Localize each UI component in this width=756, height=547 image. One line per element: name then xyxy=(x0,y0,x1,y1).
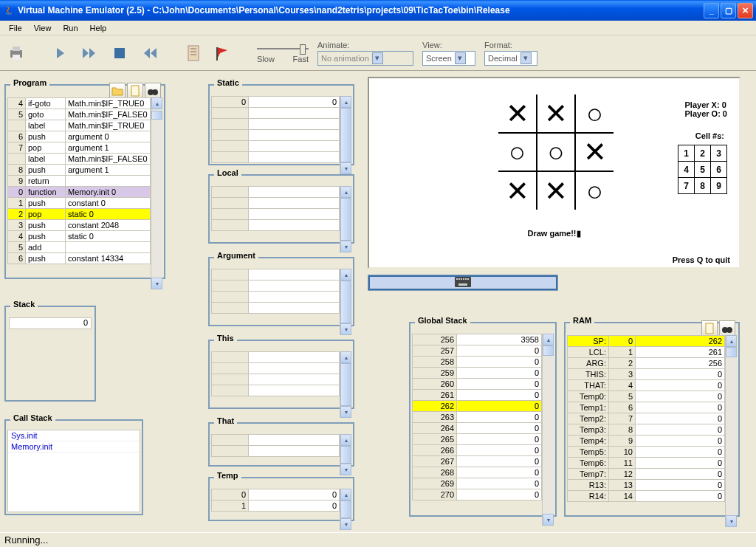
table-row[interactable] xyxy=(212,281,340,292)
program-row[interactable]: 6pushconstant 14334 xyxy=(8,253,151,264)
table-row[interactable]: 2590 xyxy=(413,368,542,379)
table-row[interactable]: Temp5:100 xyxy=(568,447,725,458)
table-row[interactable] xyxy=(212,198,340,209)
that-scrollbar[interactable]: ▴▾ xyxy=(340,434,351,475)
program-row[interactable]: labelMath.min$IF_FALSE0 xyxy=(8,154,151,165)
table-row[interactable]: 2650 xyxy=(413,434,542,445)
static-scrollbar[interactable]: ▴▾ xyxy=(340,96,351,174)
stop-icon[interactable] xyxy=(109,43,130,63)
table-row[interactable]: 2600 xyxy=(413,379,542,390)
table-row[interactable] xyxy=(212,374,340,385)
this-scrollbar[interactable]: ▴▾ xyxy=(340,351,351,418)
table-row[interactable]: 2680 xyxy=(413,467,542,478)
table-row[interactable]: 2563958 xyxy=(413,334,542,345)
table-row[interactable]: Temp4:90 xyxy=(568,436,725,447)
program-row[interactable]: 9return xyxy=(8,176,151,187)
table-row[interactable]: 00 xyxy=(212,489,340,500)
table-row[interactable]: 2660 xyxy=(413,445,542,456)
table-row[interactable]: 2620 xyxy=(413,401,542,412)
ram-search-icon[interactable] xyxy=(719,320,735,337)
globalstack-scrollbar[interactable]: ▴▾ xyxy=(542,334,554,526)
table-row[interactable] xyxy=(212,303,340,314)
program-row[interactable]: 1pushconstant 0 xyxy=(8,198,151,209)
local-scrollbar[interactable]: ▴▾ xyxy=(340,186,351,252)
table-row[interactable]: Temp6:110 xyxy=(568,458,725,469)
table-row[interactable]: 10 xyxy=(212,500,340,512)
table-row[interactable]: Temp1:60 xyxy=(568,402,725,413)
program-row[interactable]: 2popstatic 0 xyxy=(8,209,151,220)
maximize-button[interactable]: ▢ xyxy=(721,3,736,18)
table-row[interactable]: 2580 xyxy=(413,357,542,368)
table-row[interactable]: Temp3:80 xyxy=(568,424,725,436)
binoculars-icon[interactable] xyxy=(145,83,161,99)
program-row[interactable]: 7popargument 1 xyxy=(8,142,151,154)
table-row[interactable] xyxy=(212,385,340,396)
table-row[interactable] xyxy=(212,292,340,303)
view-combo[interactable]: Screen▾ xyxy=(422,51,475,66)
format-combo[interactable]: Decimal▾ xyxy=(484,51,537,66)
menu-help[interactable]: Help xyxy=(84,22,113,34)
program-row[interactable]: 4pushstatic 0 xyxy=(8,231,151,242)
table-row[interactable]: R13:130 xyxy=(568,480,725,491)
table-row[interactable] xyxy=(212,152,340,163)
table-row[interactable]: 2610 xyxy=(413,390,542,401)
table-row[interactable] xyxy=(212,108,340,119)
table-row[interactable]: R14:140 xyxy=(568,491,725,502)
program-row[interactable]: 0functionMemory.init 0 xyxy=(8,187,151,198)
table-row[interactable]: LCL:1261 xyxy=(568,347,725,358)
argument-scrollbar[interactable]: ▴▾ xyxy=(340,269,351,335)
table-row[interactable]: Temp7:120 xyxy=(568,469,725,480)
new-file-icon[interactable] xyxy=(127,83,143,99)
program-row[interactable]: 5gotoMath.min$IF_FALSE0 xyxy=(8,109,151,120)
table-row[interactable]: 2630 xyxy=(413,412,542,423)
table-row[interactable] xyxy=(212,130,340,141)
table-row[interactable] xyxy=(212,119,340,130)
menu-view[interactable]: View xyxy=(28,22,58,34)
table-row[interactable] xyxy=(212,435,340,446)
program-row[interactable]: 4if-gotoMath.min$IF_TRUE0 xyxy=(8,98,151,109)
program-row[interactable]: 3pushconstant 2048 xyxy=(8,220,151,231)
table-row[interactable]: 2690 xyxy=(413,478,542,489)
program-row[interactable]: 5add xyxy=(8,242,151,253)
table-row[interactable]: Temp0:50 xyxy=(568,391,725,402)
close-button[interactable]: ✕ xyxy=(738,3,753,18)
script-icon[interactable] xyxy=(183,43,204,63)
table-row[interactable] xyxy=(212,220,340,231)
table-row[interactable]: 00 xyxy=(212,97,340,108)
globalstack-table[interactable]: 2563958257025802590260026102620263026402… xyxy=(412,334,542,500)
flag-icon[interactable] xyxy=(213,43,233,63)
table-row[interactable] xyxy=(212,446,340,457)
table-row[interactable] xyxy=(212,352,340,363)
table-row[interactable] xyxy=(212,269,340,281)
rewind-icon[interactable] xyxy=(139,43,159,63)
program-row[interactable]: 6pushargument 0 xyxy=(8,131,151,142)
program-scrollbar[interactable]: ▴▾ xyxy=(151,97,162,289)
menu-file[interactable]: File xyxy=(3,22,28,34)
program-table[interactable]: 4if-gotoMath.min$IF_TRUE05gotoMath.min$I… xyxy=(7,97,151,264)
table-row[interactable] xyxy=(212,363,340,374)
table-row[interactable] xyxy=(212,187,340,198)
table-row[interactable] xyxy=(212,209,340,220)
table-row[interactable]: THAT:40 xyxy=(568,380,725,391)
speed-slider[interactable]: SlowFast xyxy=(257,43,309,63)
callstack-item[interactable]: Memory.init xyxy=(8,441,140,453)
animate-combo[interactable]: No animation▾ xyxy=(317,51,413,66)
table-row[interactable]: THIS:30 xyxy=(568,369,725,380)
minimize-button[interactable]: _ xyxy=(704,3,719,18)
menu-run[interactable]: Run xyxy=(57,22,83,34)
table-row[interactable]: 2570 xyxy=(413,345,542,357)
step-icon[interactable] xyxy=(50,43,71,63)
print-icon[interactable] xyxy=(6,43,27,63)
table-row[interactable]: SP:0262 xyxy=(568,336,725,347)
ram-scrollbar[interactable]: ▴▾ xyxy=(725,335,737,527)
open-folder-icon[interactable] xyxy=(109,83,126,99)
fast-forward-icon[interactable] xyxy=(80,43,100,63)
callstack-item[interactable]: Sys.init xyxy=(8,430,140,441)
table-row[interactable]: 2640 xyxy=(413,423,542,434)
program-row[interactable]: labelMath.min$IF_TRUE0 xyxy=(8,120,151,131)
program-row[interactable]: 8pushargument 1 xyxy=(8,165,151,176)
table-row[interactable]: 2700 xyxy=(413,489,542,500)
table-row[interactable]: ARG:2256 xyxy=(568,358,725,369)
table-row[interactable]: 2670 xyxy=(413,456,542,467)
table-row[interactable] xyxy=(212,141,340,152)
